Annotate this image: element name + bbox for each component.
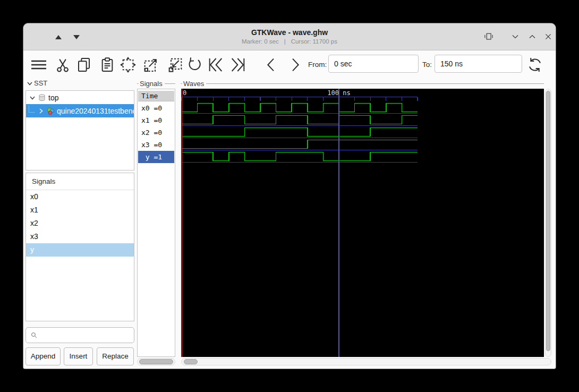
to-input[interactable] — [435, 55, 522, 73]
sst-expander[interactable]: SST — [27, 79, 47, 87]
undo-icon[interactable] — [186, 56, 203, 73]
from-label: From: — [308, 61, 327, 69]
signal-list-item-x2[interactable]: x2 — [26, 217, 134, 230]
signal-list-panel: Signals x0x1x2x3y — [25, 173, 134, 321]
toolbar: From: To: — [23, 50, 556, 80]
maximize-chevron-up-icon[interactable] — [527, 31, 538, 42]
status-separator: | — [284, 38, 286, 45]
wave-x2 — [182, 128, 418, 137]
waves-horizontal-scrollbar-thumb[interactable] — [184, 359, 198, 364]
tree-item-label: top — [48, 93, 58, 102]
status-line: Marker: 0 sec|Cursor: 11700 ps — [23, 38, 556, 45]
menu-icon[interactable] — [30, 56, 48, 73]
tree-item-label: quine20240131testbench — [57, 107, 134, 115]
names-horizontal-scrollbar-thumb[interactable] — [139, 359, 173, 364]
sst-label: SST — [34, 79, 47, 87]
minimize-chevron-down-icon[interactable] — [510, 31, 521, 42]
chevron-down-icon[interactable] — [29, 94, 36, 101]
signal-list-item-x3[interactable]: x3 — [26, 230, 134, 243]
search-icon — [30, 331, 38, 339]
copy-icon[interactable] — [75, 56, 92, 73]
waves-vertical-scrollbar-thumb[interactable] — [546, 91, 550, 351]
sst-tree-item-quine20240131testbench[interactable]: quine20240131testbench — [26, 104, 134, 117]
chevron-right-icon[interactable] — [37, 107, 45, 115]
signal-names-panel: Time x0 =0x1 =0x2 =0x3 =0 y =1 — [137, 89, 175, 357]
cut-icon[interactable] — [54, 56, 71, 73]
wave-canvas[interactable]: 0100 ns — [181, 89, 544, 357]
go-to-start-icon[interactable] — [207, 56, 224, 73]
waves-frame-line — [181, 83, 544, 84]
waves-horizontal-scrollbar[interactable] — [181, 358, 551, 365]
signal-list-header: Signals — [26, 173, 134, 190]
go-to-end-icon[interactable] — [229, 56, 246, 73]
paste-icon[interactable] — [99, 56, 116, 73]
signal-list-item-y[interactable]: y — [26, 243, 134, 257]
window-title: GTKWave - wave.ghw — [23, 28, 556, 37]
chevron-down-icon — [27, 80, 33, 87]
wave-x0 — [182, 104, 418, 112]
time-header[interactable]: Time — [138, 91, 174, 101]
titlebar: GTKWave - wave.ghw Marker: 0 sec|Cursor:… — [23, 23, 556, 50]
close-icon[interactable] — [543, 31, 554, 42]
waves-label: Waves — [182, 80, 206, 88]
wave-name-row-y[interactable]: y =1 — [138, 151, 174, 163]
restore-window-icon[interactable] — [483, 31, 494, 42]
zoom-in-icon[interactable] — [167, 56, 184, 73]
next-icon[interactable] — [286, 56, 303, 73]
to-label: To: — [422, 61, 432, 69]
names-horizontal-scrollbar[interactable] — [137, 358, 175, 365]
replace-button[interactable]: Replace — [97, 347, 134, 365]
signal-list-item-x0[interactable]: x0 — [26, 190, 134, 203]
from-input[interactable] — [328, 55, 419, 73]
wave-name-row-x0[interactable]: x0 =0 — [138, 102, 174, 114]
wave-name-row-x3[interactable]: x3 =0 — [138, 139, 174, 151]
timeline-label: 0 — [183, 89, 186, 97]
sst-tree-item-top[interactable]: top — [26, 91, 134, 104]
signal-search[interactable] — [25, 327, 134, 343]
sst-tree[interactable]: topquine20240131testbench — [25, 90, 134, 171]
tree-guide-line — [29, 106, 35, 113]
wave-name-row-x1[interactable]: x1 =0 — [138, 114, 174, 126]
cursor-status: Cursor: 11700 ps — [291, 38, 337, 45]
wave-y — [182, 152, 418, 161]
wave-x1 — [182, 116, 418, 124]
zoom-fit-icon[interactable] — [120, 56, 137, 73]
module-icon — [46, 107, 55, 115]
marker-status: Marker: 0 sec — [242, 38, 279, 45]
signal-list-item-x1[interactable]: x1 — [26, 203, 134, 217]
scope-icon — [38, 93, 46, 102]
wave-x3 — [182, 140, 418, 149]
insert-button[interactable]: Insert — [64, 347, 93, 365]
wave-name-row-x2[interactable]: x2 =0 — [138, 126, 174, 139]
signal-names-label: Signals — [139, 80, 165, 88]
gtkwave-window: GTKWave - wave.ghw Marker: 0 sec|Cursor:… — [23, 23, 556, 369]
previous-icon[interactable] — [263, 56, 280, 73]
reload-icon[interactable] — [526, 56, 543, 73]
waves-vertical-scrollbar[interactable] — [545, 89, 551, 357]
append-button[interactable]: Append — [25, 347, 61, 365]
zoom-out-icon[interactable] — [142, 56, 159, 73]
